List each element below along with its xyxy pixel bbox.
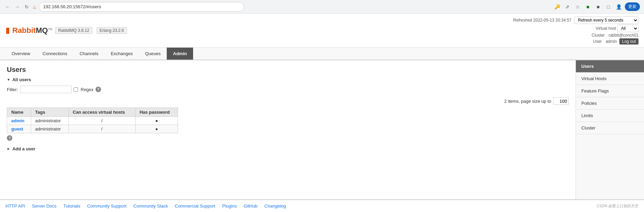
users-table: Name Tags Can access virtual hosts Has p… — [7, 108, 178, 133]
cluster-value: rabbit@conch01 — [608, 33, 639, 38]
footer-link-commercial-support[interactable]: Commercial Support — [175, 203, 216, 209]
app-header: ▮ RabbitMQTM RabbitMQ 3.8.12 Erlang 23.2… — [0, 14, 644, 48]
sidebar-item-cluster[interactable]: Cluster — [576, 122, 644, 134]
table-row: adminadministrator/● — [7, 117, 178, 125]
meta-row-user: User admin Log out — [590, 38, 639, 45]
cell-tags: administrator — [31, 125, 68, 133]
filter-input[interactable] — [20, 86, 72, 93]
refresh-select[interactable]: Refresh every 5 seconds Refresh every 10… — [574, 16, 639, 24]
sidebar: Users Virtual Hosts Feature Flags Polici… — [576, 60, 644, 199]
footer-link-changelog[interactable]: Changelog — [264, 203, 286, 209]
regex-checkbox[interactable] — [74, 87, 78, 92]
pagination-row: 2 items, page size up to — [7, 97, 569, 105]
key-icon[interactable]: 🔑 — [553, 3, 561, 11]
app-container: ▮ RabbitMQTM RabbitMQ 3.8.12 Erlang 23.2… — [0, 14, 644, 212]
browser-chrome: ← → ↻ △ 🔑 ⇗ ☆ ■ ■ □ 👤 更新 — [0, 0, 644, 14]
back-button[interactable]: ← — [4, 3, 11, 10]
logout-button[interactable]: Log out — [619, 38, 639, 45]
page-size-input[interactable] — [553, 97, 569, 105]
watermark: CSDN @爱上口袋的天空 — [597, 203, 639, 209]
footer: HTTP API Server Docs Tutorials Community… — [0, 199, 644, 212]
nav-item-overview[interactable]: Overview — [5, 48, 36, 60]
logo-tm: TM — [48, 27, 52, 31]
user-label: User — [593, 39, 602, 44]
cell-has-password: ● — [135, 125, 178, 133]
col-vhosts: Can access virtual hosts — [68, 108, 135, 117]
nav-bar: Overview Connections Channels Exchanges … — [0, 48, 644, 60]
nav-item-admin[interactable]: Admin — [167, 48, 193, 60]
all-users-label: All users — [12, 77, 31, 82]
nav-item-connections[interactable]: Connections — [36, 48, 73, 60]
add-user-arrow: ► — [7, 147, 10, 151]
wechat-icon[interactable]: ■ — [584, 3, 592, 11]
table-row: guestadministrator/● — [7, 125, 178, 133]
section-arrow-down: ▼ — [7, 78, 10, 82]
rabbitmq-version: RabbitMQ 3.8.12 — [55, 27, 92, 34]
url-bar[interactable] — [39, 2, 244, 12]
browser-actions: 🔑 ⇗ ☆ ■ ■ □ 👤 更新 — [553, 2, 640, 11]
footer-link-community-support[interactable]: Community Support — [87, 203, 126, 209]
main-area: Users ▼ All users Filter: Regex ? 2 item… — [0, 60, 644, 199]
cell-has-password: ● — [135, 117, 178, 125]
footer-link-plugins[interactable]: Plugins — [222, 203, 237, 209]
profile-icon[interactable]: 👤 — [615, 3, 623, 11]
user-value: admin — [606, 39, 617, 44]
cell-tags: administrator — [31, 117, 68, 125]
cell-vhosts: / — [68, 117, 135, 125]
filter-row: Filter: Regex ? — [7, 86, 569, 93]
table-body: adminadministrator/●guestadministrator/● — [7, 117, 178, 133]
logo-text: RabbitMQTM — [12, 26, 52, 35]
filter-help-button[interactable]: ? — [96, 87, 101, 92]
all-users-section-header[interactable]: ▼ All users — [7, 77, 569, 82]
regex-label: Regex — [81, 87, 94, 92]
virtual-host-label: Virtual host — [596, 26, 616, 31]
page-title: Users — [7, 66, 569, 74]
table-help-button[interactable]: ? — [7, 135, 12, 141]
erlang-version: Erlang 23.2.6 — [97, 27, 127, 34]
sidebar-item-feature-flags[interactable]: Feature Flags — [576, 85, 644, 97]
meta-row-cluster: Cluster rabbit@conch01 — [589, 33, 639, 38]
logo-mq: MQ — [36, 26, 48, 35]
col-name: Name — [7, 108, 31, 117]
add-user-header[interactable]: ► Add a user — [7, 146, 569, 151]
sidebar-item-virtual-hosts[interactable]: Virtual Hosts — [576, 73, 644, 85]
window-icon[interactable]: □ — [604, 3, 613, 11]
add-user-section: ► Add a user — [7, 146, 569, 151]
refresh-row: Refreshed 2022-05-13 20:34:57 Refresh ev… — [513, 16, 639, 24]
table-header: Name Tags Can access virtual hosts Has p… — [7, 108, 178, 117]
footer-link-community-slack[interactable]: Community Slack — [133, 203, 168, 209]
user-link[interactable]: guest — [11, 126, 23, 132]
add-user-label: Add a user — [12, 146, 35, 151]
user-link[interactable]: admin — [11, 118, 24, 123]
forward-button[interactable]: → — [14, 3, 21, 10]
footer-link-github[interactable]: GitHub — [244, 203, 257, 209]
cell-name: admin — [7, 117, 31, 125]
nav-item-queues[interactable]: Queues — [139, 48, 167, 60]
logo-icon: ▮ — [5, 26, 10, 35]
update-button[interactable]: 更新 — [625, 2, 640, 11]
nav-item-exchanges[interactable]: Exchanges — [104, 48, 139, 60]
star-icon[interactable]: ☆ — [573, 3, 582, 11]
sidebar-item-users[interactable]: Users — [576, 60, 644, 73]
version-info: RabbitMQ 3.8.12 Erlang 23.2.6 — [55, 27, 127, 34]
nav-item-channels[interactable]: Channels — [73, 48, 104, 60]
security-icon: △ — [33, 4, 36, 9]
sidebar-item-policies[interactable]: Policies — [576, 97, 644, 110]
cell-vhosts: / — [68, 125, 135, 133]
content-area: Users ▼ All users Filter: Regex ? 2 item… — [0, 60, 576, 199]
footer-link-tutorials[interactable]: Tutorials — [63, 203, 80, 209]
refreshed-label: Refreshed 2022-05-13 20:34:57 — [513, 18, 571, 23]
col-tags: Tags — [31, 108, 68, 117]
share-icon[interactable]: ⇗ — [563, 3, 571, 11]
puzzle-icon[interactable]: ■ — [594, 3, 602, 11]
footer-link-http-api[interactable]: HTTP API — [5, 203, 25, 209]
filter-label: Filter: — [7, 87, 18, 92]
reload-button[interactable]: ↻ — [23, 3, 30, 10]
vhost-select[interactable]: All / — [617, 25, 639, 32]
items-count: 2 items, page size up to — [504, 99, 551, 104]
cell-name: guest — [7, 125, 31, 133]
footer-link-server-docs[interactable]: Server Docs — [32, 203, 57, 209]
sidebar-item-limits[interactable]: Limits — [576, 110, 644, 122]
logo-area: ▮ RabbitMQTM RabbitMQ 3.8.12 Erlang 23.2… — [5, 26, 127, 35]
logo-rabbit: Rabbit — [12, 26, 36, 35]
